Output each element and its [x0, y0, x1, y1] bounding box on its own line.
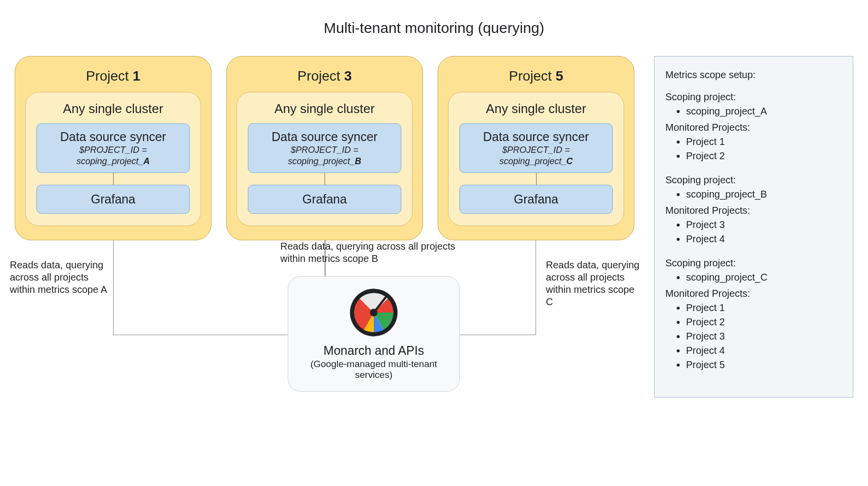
- caption-scope-a: Reads data, querying across all projects…: [10, 259, 108, 296]
- scope-block-b: Scoping project: scoping_project_B Monit…: [665, 173, 842, 246]
- monitored-label: Monitored Projects:: [665, 121, 842, 134]
- scoping-project: scoping_project_C: [686, 271, 842, 284]
- scoping-label: Scoping project:: [665, 90, 842, 104]
- project-label-prefix: Project: [86, 68, 133, 84]
- monarch-subtitle: (Google-managed multi-tenant services): [296, 359, 451, 380]
- side-heading: Metrics scope setup:: [665, 68, 842, 82]
- ds-val: scoping_project_C: [465, 156, 607, 167]
- monitored-label: Monitored Projects:: [665, 287, 842, 300]
- project-label-prefix: Project: [509, 68, 556, 84]
- project-label-prefix: Project: [298, 68, 344, 84]
- cluster-box: Any single cluster Data source syncer $P…: [237, 92, 413, 226]
- caption-scope-b: Reads data, querying across all projects…: [280, 240, 467, 265]
- diagram-layout: Project 1 Any single cluster Data source…: [15, 56, 853, 398]
- connector-vertical: [113, 173, 114, 185]
- ds-val: scoping_project_A: [42, 156, 184, 167]
- cluster-label: Any single cluster: [248, 101, 401, 116]
- caption-scope-c: Reads data, querying across all projects…: [546, 259, 644, 308]
- scoping-project: scoping_project_A: [686, 105, 842, 118]
- data-source-syncer-box: Data source syncer $PROJECT_ID = scoping…: [459, 123, 613, 173]
- connectors-area: Reads data, querying across all projects…: [15, 234, 634, 347]
- scoping-label: Scoping project:: [665, 257, 842, 270]
- ds-var: $PROJECT_ID =: [42, 145, 184, 155]
- monitored-project: Project 4: [686, 232, 842, 246]
- monitored-project: Project 3: [686, 218, 842, 231]
- monitored-project: Project 3: [686, 330, 842, 343]
- connector-vertical: [536, 173, 537, 185]
- projects-row: Project 1 Any single cluster Data source…: [15, 56, 634, 240]
- project-title: Project 5: [448, 68, 624, 84]
- scope-block-c: Scoping project: scoping_project_C Monit…: [665, 257, 842, 372]
- ds-title: Data source syncer: [465, 130, 607, 144]
- project-card-3: Project 5 Any single cluster Data source…: [438, 56, 634, 240]
- ds-val: scoping_project_B: [253, 156, 396, 167]
- data-source-syncer-box: Data source syncer $PROJECT_ID = scoping…: [248, 123, 401, 173]
- project-title: Project 1: [25, 68, 201, 84]
- monitored-project: Project 1: [686, 301, 842, 314]
- monarch-gauge-icon: [296, 286, 451, 340]
- grafana-box: Grafana: [459, 185, 613, 214]
- ds-title: Data source syncer: [42, 130, 184, 144]
- connector-vertical: [325, 173, 325, 185]
- ds-var: $PROJECT_ID =: [465, 145, 607, 155]
- scoping-label: Scoping project:: [665, 173, 842, 187]
- grafana-box: Grafana: [36, 185, 190, 214]
- project-label-num: 1: [133, 68, 141, 84]
- monarch-box: Monarch and APIs (Google-managed multi-t…: [288, 276, 460, 392]
- scope-block-a: Scoping project: scoping_project_A Monit…: [665, 90, 842, 163]
- monarch-title: Monarch and APIs: [296, 343, 451, 358]
- monitored-project: Project 1: [686, 135, 842, 148]
- cluster-box: Any single cluster Data source syncer $P…: [25, 92, 201, 226]
- project-label-num: 3: [344, 68, 352, 84]
- scoping-project: scoping_project_B: [686, 188, 842, 201]
- diagram-title: Multi-tenant monitoring (querying): [15, 20, 853, 36]
- monitored-project: Project 4: [686, 344, 842, 357]
- project-label-num: 5: [556, 68, 564, 84]
- metrics-scope-panel: Metrics scope setup: Scoping project: sc…: [654, 56, 853, 398]
- diagram-main: Project 1 Any single cluster Data source…: [15, 56, 634, 347]
- ds-var: $PROJECT_ID =: [253, 145, 396, 155]
- ds-title: Data source syncer: [253, 130, 396, 144]
- data-source-syncer-box: Data source syncer $PROJECT_ID = scoping…: [36, 123, 190, 173]
- project-card-1: Project 1 Any single cluster Data source…: [15, 56, 211, 240]
- monitored-project: Project 2: [686, 149, 842, 163]
- cluster-box: Any single cluster Data source syncer $P…: [448, 92, 624, 226]
- grafana-box: Grafana: [248, 185, 401, 214]
- cluster-label: Any single cluster: [36, 101, 190, 116]
- monitored-project: Project 2: [686, 315, 842, 329]
- monitored-project: Project 5: [686, 358, 842, 372]
- cluster-label: Any single cluster: [459, 101, 613, 116]
- monitored-label: Monitored Projects:: [665, 204, 842, 217]
- project-title: Project 3: [237, 68, 413, 84]
- project-card-2: Project 3 Any single cluster Data source…: [226, 56, 423, 240]
